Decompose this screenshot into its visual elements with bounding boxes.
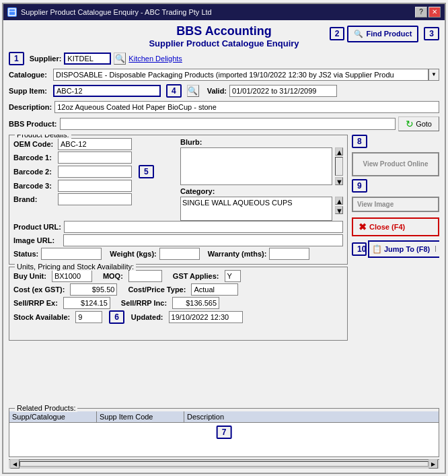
supplier-search-button[interactable]: 🔍 bbox=[114, 53, 126, 65]
catalogue-input[interactable] bbox=[53, 69, 428, 81]
status-input[interactable] bbox=[41, 248, 102, 260]
barcode2-label: Barcode 2: bbox=[13, 168, 55, 176]
weight-input[interactable] bbox=[159, 248, 200, 260]
stock-available-input[interactable] bbox=[75, 311, 102, 323]
help-button[interactable]: ? bbox=[415, 7, 427, 18]
find-product-button[interactable]: 🔍 Find Product bbox=[347, 26, 418, 42]
related-products-table-header: Supp/Catalogue Supp Item Code Descriptio… bbox=[9, 411, 439, 423]
image-url-row: Image URL: bbox=[13, 234, 343, 246]
blurb-scroll-up[interactable]: ▲ bbox=[335, 147, 343, 156]
cost-row: Cost (ex GST): Cost/Price Type: bbox=[13, 283, 343, 296]
oem-code-label: OEM Code: bbox=[13, 140, 55, 148]
category-scroll-up[interactable]: ▲ bbox=[335, 197, 343, 205]
description-row: Description: bbox=[9, 101, 439, 113]
app-icon bbox=[7, 7, 17, 17]
sell-rrp-ex-input[interactable] bbox=[63, 297, 110, 309]
warranty-input[interactable] bbox=[269, 248, 309, 260]
stock-updated-row: Stock Available: 6 Updated: bbox=[13, 310, 343, 324]
col-supp-catalogue: Supp/Catalogue bbox=[9, 411, 97, 422]
related-products-table-body: 7 bbox=[9, 423, 439, 456]
jump-to-button[interactable]: 📋 Jump To (F8) ▼ bbox=[368, 240, 439, 258]
catalogue-row: Catalogue: ▼ bbox=[9, 69, 439, 81]
barcode3-input[interactable] bbox=[58, 180, 132, 192]
barcode2-input[interactable] bbox=[58, 166, 132, 178]
svg-rect-0 bbox=[9, 9, 15, 15]
related-products-section: Related Products: Supp/Catalogue Supp It… bbox=[9, 408, 439, 457]
jump-to-label: Jump To (F8) bbox=[384, 245, 430, 253]
badge-10: 10 bbox=[352, 242, 367, 256]
view-image-button[interactable]: View Image bbox=[352, 197, 439, 212]
description-input[interactable] bbox=[54, 101, 439, 113]
moq-input[interactable] bbox=[128, 270, 162, 282]
find-product-area: 2 🔍 Find Product 3 bbox=[330, 26, 439, 42]
jump-to-icon: 📋 bbox=[372, 244, 382, 254]
badge-4: 4 bbox=[166, 84, 182, 98]
blurb-row: Blurb: bbox=[180, 138, 343, 146]
barcode3-row: Barcode 3: bbox=[13, 180, 176, 192]
updated-label: Updated: bbox=[131, 313, 163, 321]
supplier-code-input[interactable] bbox=[64, 53, 111, 65]
view-product-online-button[interactable]: View Product Online bbox=[352, 152, 439, 176]
blurb-scroll-down[interactable]: ▼ bbox=[335, 177, 343, 185]
badge-1: 1 bbox=[9, 52, 24, 65]
related-products-label: Related Products: bbox=[15, 404, 77, 412]
badge-3: 3 bbox=[424, 27, 439, 40]
barcode1-input[interactable] bbox=[58, 151, 132, 164]
barcode1-row: Barcode 1: bbox=[13, 151, 176, 164]
category-scroll-down[interactable]: ▼ bbox=[335, 206, 343, 214]
horizontal-scrollbar[interactable]: ◀ ▶ bbox=[9, 459, 439, 469]
category-label: Category: bbox=[180, 187, 215, 195]
badge-8: 8 bbox=[352, 135, 367, 148]
bbs-product-row: BBS Product: ↻ Goto bbox=[9, 116, 439, 131]
goto-button[interactable]: ↻ Goto bbox=[398, 116, 439, 131]
sell-rrp-inc-input[interactable] bbox=[172, 297, 219, 309]
cost-input[interactable] bbox=[70, 283, 117, 296]
search-icon: 🔍 bbox=[354, 30, 363, 38]
product-details-label: Product Details: bbox=[15, 135, 71, 139]
scroll-right-button[interactable]: ▶ bbox=[428, 459, 438, 469]
window-close-button[interactable]: ✕ bbox=[428, 7, 441, 18]
jump-to-area: 10 📋 Jump To (F8) ▼ bbox=[352, 240, 439, 258]
product-url-row: Product URL: bbox=[13, 221, 343, 233]
main-window: Supplier Product Catalogue Enquiry - ABC… bbox=[2, 3, 446, 474]
col-supp-item-code: Supp Item Code bbox=[97, 411, 184, 422]
oem-code-input[interactable] bbox=[58, 138, 132, 150]
supplier-name-link[interactable]: Kitchen Delights bbox=[128, 55, 182, 63]
brand-label: Brand: bbox=[13, 195, 55, 203]
units-pricing-section: Units, Pricing and Stock Availability: B… bbox=[9, 267, 348, 341]
badge-2: 2 bbox=[330, 27, 345, 40]
status-weight-row: Status: Weight (kgs): Warranty (mths): bbox=[13, 248, 343, 260]
bbs-product-input[interactable] bbox=[60, 118, 396, 130]
supp-item-row: Supp Item: 4 🔍 Valid: bbox=[9, 84, 439, 98]
jump-to-dropdown-button[interactable]: ▼ bbox=[435, 246, 439, 252]
badge-5: 5 bbox=[139, 165, 154, 178]
cost-price-type-input[interactable] bbox=[191, 283, 238, 296]
badge-7: 7 bbox=[217, 426, 232, 439]
supp-item-search-button[interactable]: 🔍 bbox=[187, 85, 199, 97]
scroll-left-button[interactable]: ◀ bbox=[10, 459, 20, 469]
supp-item-input[interactable] bbox=[53, 85, 161, 97]
units-spacer bbox=[13, 325, 343, 337]
gst-input[interactable] bbox=[225, 270, 241, 282]
badge-9: 9 bbox=[352, 179, 367, 193]
product-details-section: Product Details: OEM Code: Barcode 1: bbox=[9, 135, 348, 265]
blurb-scroll-track bbox=[335, 157, 343, 176]
barcode3-label: Barcode 3: bbox=[13, 182, 55, 190]
image-url-input[interactable] bbox=[63, 234, 343, 246]
window-title: Supplier Product Catalogue Enquiry - ABC… bbox=[21, 8, 212, 16]
right-column: 8 View Product Online 9 View Image ✖ Clo… bbox=[352, 135, 439, 258]
cost-price-type-label: Cost/Price Type: bbox=[128, 285, 186, 294]
title-bar-controls: ? ✕ bbox=[415, 7, 441, 18]
related-products-header-area: Supp/Catalogue Supp Item Code Descriptio… bbox=[9, 411, 439, 423]
product-details-inner: OEM Code: Barcode 1: Barcode 2: 5 bbox=[13, 138, 343, 221]
category-display: SINGLE WALL AQUEOUS CUPS bbox=[180, 197, 332, 221]
close-button[interactable]: ✖ Close (F4) bbox=[352, 217, 439, 236]
product-url-input[interactable] bbox=[64, 221, 343, 233]
brand-input[interactable] bbox=[58, 193, 132, 205]
updated-input[interactable] bbox=[169, 311, 243, 323]
buy-unit-input[interactable] bbox=[52, 270, 92, 282]
refresh-icon: ↻ bbox=[406, 118, 414, 129]
valid-input[interactable] bbox=[229, 85, 337, 97]
catalogue-dropdown-button[interactable]: ▼ bbox=[428, 69, 439, 81]
blurb-textarea[interactable] bbox=[180, 147, 332, 185]
